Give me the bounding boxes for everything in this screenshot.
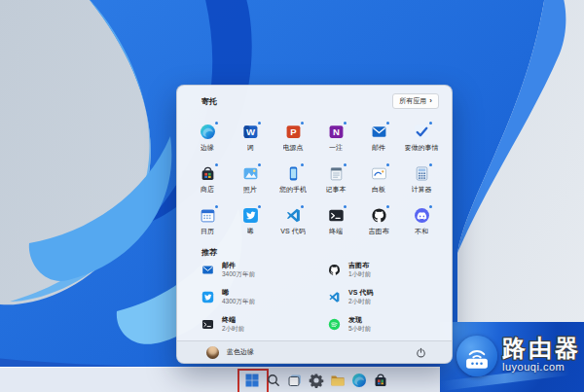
taskbar-start-button[interactable] xyxy=(244,373,260,388)
pinned-app-label: 您的手机 xyxy=(279,185,307,195)
terminal-icon xyxy=(201,318,214,331)
pinned-app-label: 邮件 xyxy=(372,143,385,153)
watermark-title: 路由器 xyxy=(502,336,581,361)
all-apps-label: 所有应用 xyxy=(399,96,426,106)
pinned-app[interactable]: 白板 xyxy=(357,162,400,200)
terminal-icon xyxy=(328,207,345,224)
user-avatar[interactable] xyxy=(206,346,219,359)
spotify-icon xyxy=(328,318,341,331)
pinned-app-label: 白板 xyxy=(372,185,385,195)
recommended-item-title: 邮件 xyxy=(222,262,255,269)
taskbar-store-button[interactable] xyxy=(373,373,388,388)
github-icon xyxy=(328,264,341,276)
pinned-app[interactable]: 吉图布 xyxy=(357,204,400,242)
pinned-app[interactable]: 终端 xyxy=(314,204,357,242)
power-button[interactable] xyxy=(415,346,427,359)
pinned-app-label: 一注 xyxy=(329,143,343,153)
mail-icon xyxy=(201,264,214,276)
taskbar-settings-button[interactable] xyxy=(309,373,324,388)
pinned-app[interactable]: W词 xyxy=(229,121,272,159)
recommended-item-title: 唏 xyxy=(222,289,255,297)
whiteboard-icon xyxy=(371,165,387,182)
pinned-app[interactable]: 不和 xyxy=(400,204,443,242)
recommended-item[interactable]: VS 代码2小时前 xyxy=(325,284,452,310)
pinned-app[interactable]: 唏 xyxy=(229,204,272,242)
router-logo-icon xyxy=(456,336,497,376)
recommended-item-time: 5小时前 xyxy=(348,325,371,333)
word-icon: W xyxy=(242,124,259,140)
twitter-icon xyxy=(242,207,259,224)
pinned-app-label: VS 代码 xyxy=(280,227,305,236)
powerpoint-icon: P xyxy=(285,124,302,140)
taskbar-edge-button[interactable] xyxy=(351,373,367,388)
pinned-app[interactable]: 边缘 xyxy=(186,121,229,159)
pinned-app-label: 记事本 xyxy=(326,185,347,195)
watermark: 路由器 luyouqi.com xyxy=(456,336,581,376)
user-name[interactable]: 蓝色边缘 xyxy=(227,347,254,357)
recommended-item-time: 4300万年前 xyxy=(222,298,255,305)
recommended-item[interactable]: 邮件3400万年前 xyxy=(199,257,325,283)
pinned-app[interactable]: N一注 xyxy=(314,121,357,159)
recommended-item-title: 发现 xyxy=(348,316,371,324)
start-menu-footer: 蓝色边缘 xyxy=(177,340,452,363)
edge-icon xyxy=(200,124,216,140)
your-phone-icon xyxy=(285,165,302,182)
pinned-app-label: 电源点 xyxy=(283,143,304,153)
photos-icon xyxy=(242,165,259,182)
svg-text:W: W xyxy=(245,126,254,137)
recommended-item[interactable]: 发现5小时前 xyxy=(325,311,452,338)
pinned-app[interactable]: 日历 xyxy=(186,204,229,242)
pinned-app[interactable]: 邮件 xyxy=(357,121,400,159)
recommended-item[interactable]: 终端2小时前 xyxy=(199,311,325,338)
pinned-app-label: 词 xyxy=(247,143,254,153)
recommended-item-title: 吉图布 xyxy=(348,262,371,269)
recommended-item-time: 3400万年前 xyxy=(222,270,255,278)
pinned-app[interactable]: 要做的事情 xyxy=(400,121,443,159)
pinned-app-label: 照片 xyxy=(243,185,257,195)
pinned-app[interactable]: P电源点 xyxy=(272,121,314,159)
svg-text:P: P xyxy=(290,126,297,137)
recommended-item-title: 终端 xyxy=(222,316,244,324)
recommended-item[interactable]: 唏4300万年前 xyxy=(199,284,325,310)
onenote-icon: N xyxy=(328,124,345,140)
pinned-app-label: 要做的事情 xyxy=(405,143,439,153)
github-icon xyxy=(371,207,387,224)
calendar-icon xyxy=(200,207,216,224)
pinned-app[interactable]: 记事本 xyxy=(314,162,357,200)
discord-icon xyxy=(414,207,430,224)
pinned-app-label: 终端 xyxy=(329,227,343,236)
store-icon xyxy=(200,165,216,182)
watermark-url: luyouqi.com xyxy=(502,361,581,373)
recommended-item-time: 2小时前 xyxy=(222,325,244,333)
todo-icon xyxy=(414,124,430,140)
taskbar-icon-row xyxy=(244,373,388,388)
taskbar-task-view-button[interactable] xyxy=(287,373,303,388)
pinned-section-title: 寄托 xyxy=(201,96,217,107)
vscode-icon xyxy=(285,207,302,224)
recommended-item-time: 2小时前 xyxy=(348,298,373,305)
mail-icon xyxy=(371,124,387,140)
calculator-icon xyxy=(414,165,430,182)
all-apps-button[interactable]: 所有应用 › xyxy=(392,93,439,109)
start-menu-panel: 寄托 所有应用 › 边缘W词P电源点N一注邮件要做的事情商店照片您的手机记事本白… xyxy=(176,85,453,364)
pinned-app-label: 唏 xyxy=(247,227,254,236)
svg-text:N: N xyxy=(333,126,340,137)
pinned-app[interactable]: VS 代码 xyxy=(272,204,314,242)
pinned-app-label: 商店 xyxy=(201,185,214,195)
vscode-icon xyxy=(328,291,341,303)
recommended-item-time: 1小时前 xyxy=(348,270,371,278)
pinned-app[interactable]: 您的手机 xyxy=(272,162,314,200)
recommended-item[interactable]: 吉图布1小时前 xyxy=(325,257,452,283)
pinned-app-label: 计算器 xyxy=(412,185,432,195)
pinned-app[interactable]: 照片 xyxy=(229,162,272,200)
recommended-list: 邮件3400万年前唏4300万年前终端2小时前吉图布1小时前VS 代码2小时前发… xyxy=(199,257,452,338)
taskbar-file-explorer-button[interactable] xyxy=(330,373,346,388)
pinned-app-label: 不和 xyxy=(415,227,428,236)
pinned-app[interactable]: 计算器 xyxy=(400,162,443,200)
twitter-icon xyxy=(201,291,214,303)
notepad-icon xyxy=(328,165,345,182)
chevron-right-icon: › xyxy=(429,98,432,104)
recommended-item-title: VS 代码 xyxy=(348,289,373,297)
taskbar-search-button[interactable] xyxy=(266,373,281,388)
pinned-app[interactable]: 商店 xyxy=(186,162,229,200)
